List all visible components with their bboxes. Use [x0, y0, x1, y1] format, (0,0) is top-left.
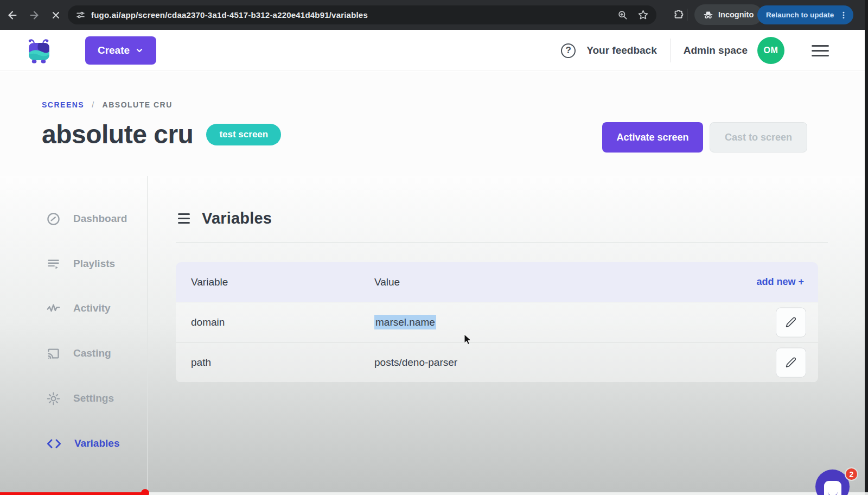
page-title: absolute cru: [42, 119, 193, 149]
back-icon: [7, 9, 18, 21]
zoom-icon[interactable]: [617, 10, 628, 20]
bookmark-star-icon[interactable]: [637, 9, 649, 21]
extensions-icon: [673, 9, 685, 21]
main-menu-button[interactable]: [812, 45, 829, 56]
section-heading: Variables: [202, 210, 272, 227]
forward-button[interactable]: [25, 6, 43, 24]
table-row: domain marsel.name: [176, 302, 818, 342]
help-button[interactable]: ?: [561, 43, 576, 58]
sidebar-item-settings[interactable]: Settings: [46, 388, 114, 409]
table-header-row: Variable Value add new +: [176, 262, 818, 302]
chat-notification-badge: 2: [845, 467, 858, 481]
sidebar-item-variables[interactable]: Variables: [46, 433, 119, 454]
incognito-indicator[interactable]: Incognito: [694, 4, 762, 25]
stop-icon: [50, 10, 61, 21]
workspace-name[interactable]: Admin space: [684, 45, 748, 56]
edit-icon: [786, 357, 796, 368]
browser-menu-icon[interactable]: [839, 11, 848, 20]
relaunch-label: Relaunch to update: [766, 11, 834, 19]
dashboard-icon: [46, 212, 61, 226]
window-edge: [865, 0, 868, 495]
breadcrumb-screens-link[interactable]: SCREENS: [42, 100, 84, 109]
url-text: fugo.ai/app/screen/cdaa2370-3a1d-4517-b3…: [91, 10, 368, 20]
header-divider: [670, 39, 671, 62]
status-badge: test screen: [206, 124, 281, 145]
cast-to-screen-button[interactable]: Cast to screen: [710, 122, 807, 153]
variables-icon: [46, 436, 62, 451]
browser-toolbar: fugo.ai/app/screen/cdaa2370-3a1d-4517-b3…: [0, 0, 868, 30]
chat-face-icon: [824, 481, 841, 495]
avatar[interactable]: OM: [757, 37, 784, 64]
stop-button[interactable]: [47, 6, 65, 24]
edit-variable-button[interactable]: [776, 347, 806, 377]
help-icon: ?: [566, 45, 571, 56]
create-label: Create: [98, 45, 130, 56]
cursor-arrow: [462, 334, 473, 346]
fugo-logo[interactable]: [23, 34, 55, 67]
breadcrumb: SCREENS / ABSOLUTE CRU: [42, 100, 173, 109]
back-button[interactable]: [3, 6, 22, 24]
page-body: Dashboard Playlists Activity Casting Set…: [0, 176, 865, 495]
variable-name: path: [176, 357, 374, 369]
video-progress-bar: [0, 492, 145, 495]
column-header-value: Value: [374, 276, 756, 288]
video-progress-handle[interactable]: [141, 489, 149, 495]
activate-screen-button[interactable]: Activate screen: [602, 122, 703, 153]
forward-icon: [28, 9, 40, 21]
incognito-label: Incognito: [718, 10, 754, 19]
toolbar-divider: [687, 9, 687, 21]
variables-table: Variable Value add new + domain marsel.n…: [176, 262, 818, 383]
activity-icon: [46, 301, 61, 316]
address-bar[interactable]: fugo.ai/app/screen/cdaa2370-3a1d-4517-b3…: [68, 5, 656, 24]
settings-icon: [46, 391, 61, 406]
edit-icon: [786, 317, 796, 328]
feedback-link[interactable]: Your feedback: [586, 45, 657, 56]
section-divider: [176, 242, 828, 243]
incognito-icon: [703, 10, 713, 20]
sidebar-item-playlists[interactable]: Playlists: [46, 253, 115, 275]
sidebar: Dashboard Playlists Activity Casting Set…: [0, 176, 148, 495]
casting-icon: [46, 346, 61, 361]
relaunch-update-button[interactable]: Relaunch to update: [757, 5, 853, 24]
variable-value: posts/deno-parser: [374, 357, 818, 369]
drag-handle-icon[interactable]: [178, 213, 190, 224]
playlists-icon: [46, 257, 61, 271]
app-header: Create ? Your feedback Admin space OM: [0, 30, 865, 71]
create-button[interactable]: Create: [85, 36, 156, 65]
breadcrumb-separator: /: [92, 100, 94, 109]
chevron-down-icon: [135, 46, 144, 55]
site-info-icon: [75, 10, 86, 20]
selected-text[interactable]: marsel.name: [374, 315, 436, 329]
add-new-link[interactable]: add new +: [756, 276, 818, 288]
sidebar-item-casting[interactable]: Casting: [46, 342, 111, 364]
column-header-variable: Variable: [176, 276, 374, 288]
sidebar-item-dashboard[interactable]: Dashboard: [46, 208, 127, 230]
variable-value: marsel.name: [374, 316, 818, 328]
extensions-button[interactable]: [669, 6, 688, 24]
sidebar-item-activity[interactable]: Activity: [46, 297, 111, 319]
breadcrumb-current: ABSOLUTE CRU: [103, 100, 173, 109]
edit-variable-button[interactable]: [776, 307, 806, 337]
table-row: path posts/deno-parser: [176, 342, 818, 382]
screenshot-stage: fugo.ai/app/screen/cdaa2370-3a1d-4517-b3…: [0, 0, 868, 495]
variable-name: domain: [176, 316, 374, 328]
screen-hero: SCREENS / ABSOLUTE CRU absolute cru test…: [0, 72, 865, 176]
